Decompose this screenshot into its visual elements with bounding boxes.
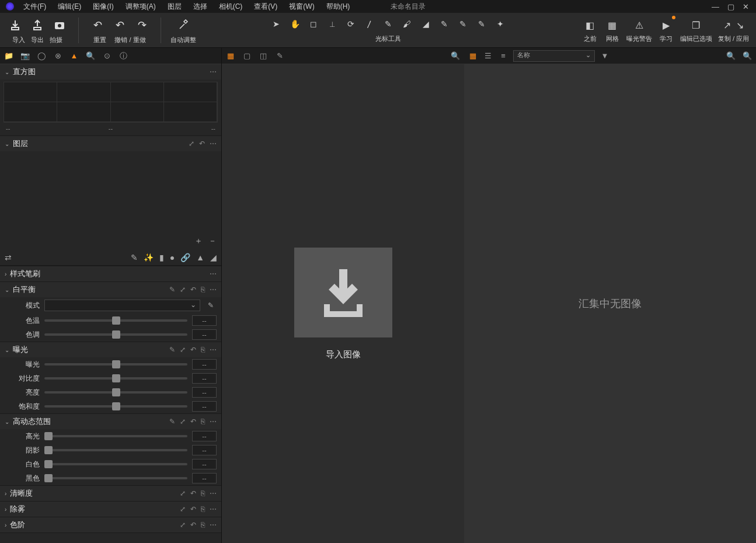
temp-slider[interactable] xyxy=(44,319,187,322)
view-brush-icon[interactable]: ✎ xyxy=(274,51,285,61)
capture-button[interactable] xyxy=(50,16,69,34)
expand-icon[interactable]: ⤢ xyxy=(180,346,186,354)
gradient-tool[interactable]: ✎ xyxy=(437,17,451,31)
expand-icon[interactable]: ⤢ xyxy=(180,505,186,513)
hand-tool[interactable]: ✋ xyxy=(288,17,302,31)
library-tab[interactable]: 📁 xyxy=(4,51,14,61)
menu-layer[interactable]: 图层 xyxy=(162,0,187,13)
undo-icon[interactable]: ↶ xyxy=(190,346,196,354)
undo-icon[interactable]: ↶ xyxy=(190,417,196,426)
menu-window[interactable]: 视窗(W) xyxy=(283,0,320,13)
section-menu-icon[interactable]: ⋯ xyxy=(210,417,217,426)
magic-tool[interactable]: ✦ xyxy=(493,17,507,31)
radial-icon[interactable]: ● xyxy=(170,253,175,262)
browser-search-icon[interactable]: 🔍 xyxy=(742,51,752,61)
rotate-tool[interactable]: ⟳ xyxy=(344,17,358,31)
export-button[interactable] xyxy=(28,16,47,34)
copy-icon[interactable]: ⎘ xyxy=(201,521,205,529)
before-after-button[interactable]: ◧ xyxy=(582,17,598,33)
add-layer-icon[interactable]: ＋ xyxy=(194,236,203,246)
pointer-tool[interactable]: ➤ xyxy=(269,17,283,31)
edit-icon[interactable]: ✎ xyxy=(169,286,175,294)
undo-button[interactable]: ↶ xyxy=(110,16,129,34)
gradient-icon[interactable]: ▮ xyxy=(159,253,164,262)
section-menu-icon[interactable]: ⋯ xyxy=(210,270,217,278)
view-grid-icon[interactable]: ▦ xyxy=(225,51,236,61)
adjust-tab[interactable]: ▲ xyxy=(69,51,79,61)
black-value[interactable]: -- xyxy=(192,473,217,483)
auto-adjust-button[interactable] xyxy=(174,16,193,34)
grid-button[interactable]: ▦ xyxy=(604,17,621,33)
import-button[interactable] xyxy=(6,16,25,34)
expand-icon[interactable]: ⤢ xyxy=(180,286,186,294)
brightness-value[interactable]: -- xyxy=(192,387,217,398)
redo-button[interactable]: ↷ xyxy=(133,16,151,34)
info-tab[interactable]: ⓘ xyxy=(118,51,128,61)
copy-icon[interactable]: ⎘ xyxy=(201,417,205,426)
mode-select[interactable] xyxy=(44,300,200,311)
minimize-button[interactable]: — xyxy=(712,2,719,11)
menu-help[interactable]: 帮助(H) xyxy=(320,0,356,13)
tint-slider[interactable] xyxy=(44,333,187,336)
saturation-slider[interactable] xyxy=(44,405,187,408)
undo-icon[interactable]: ↶ xyxy=(190,521,196,529)
exposure-warning-button[interactable]: ⚠ xyxy=(631,17,647,33)
white-value[interactable]: -- xyxy=(192,459,217,469)
histogram-header[interactable]: ⌄ 直方图 ⋯ xyxy=(0,64,221,79)
link-icon[interactable]: 🔗 xyxy=(180,253,190,262)
section-menu-icon[interactable]: ⋯ xyxy=(210,286,217,294)
browser-list-icon[interactable]: ☰ xyxy=(483,51,493,61)
color-picker-icon[interactable]: ✎ xyxy=(205,300,217,311)
contrast-slider[interactable] xyxy=(44,377,187,380)
search-tab[interactable]: 🔍 xyxy=(85,51,96,61)
browser-zoom-icon[interactable]: 🔍 xyxy=(726,51,736,61)
temp-value[interactable]: -- xyxy=(192,315,217,326)
contrast-value[interactable]: -- xyxy=(192,373,217,384)
expand-icon[interactable]: ⤢ xyxy=(180,489,186,497)
menu-file[interactable]: 文件(F) xyxy=(18,0,52,13)
menu-select[interactable]: 选择 xyxy=(187,0,213,13)
highlight-slider[interactable] xyxy=(44,435,187,437)
erase-icon[interactable]: ◢ xyxy=(210,253,217,262)
white-balance-header[interactable]: ⌄ 白平衡 ✎ ⤢ ↶ ⎘ ⋯ xyxy=(0,282,221,297)
clarity-header[interactable]: › 清晰度 ⤢↶⎘⋯ xyxy=(0,486,221,501)
filter-icon[interactable]: ▼ xyxy=(600,51,610,61)
metadata-tab[interactable]: ⊙ xyxy=(102,51,112,61)
levels-header[interactable]: › 色阶 ⤢↶⎘⋯ xyxy=(0,517,221,532)
undo-icon[interactable]: ↶ xyxy=(190,286,196,294)
spot-tool[interactable]: ✎ xyxy=(381,17,395,31)
menu-image[interactable]: 图像(I) xyxy=(87,0,119,13)
expand-icon[interactable]: ⤢ xyxy=(189,140,194,148)
radial-tool[interactable]: ✎ xyxy=(456,17,470,31)
copy-icon[interactable]: ⎘ xyxy=(201,286,205,294)
sort-select[interactable]: 名称 xyxy=(513,50,595,62)
erase-tool[interactable]: ◢ xyxy=(419,17,433,31)
style-brush-header[interactable]: › 样式笔刷 ⋯ xyxy=(0,266,221,281)
view-single-icon[interactable]: ▢ xyxy=(242,51,252,61)
exposure-slider[interactable] xyxy=(44,363,187,366)
hdr-header[interactable]: ⌄ 高动态范围 ✎ ⤢ ↶ ⎘ ⋯ xyxy=(0,414,221,429)
crop-tool[interactable]: ⟂ xyxy=(325,17,339,31)
black-slider[interactable] xyxy=(44,477,187,479)
expand-icon[interactable]: ⤢ xyxy=(180,521,186,529)
exposure-header[interactable]: ⌄ 曝光 ✎ ⤢ ↶ ⎘ ⋯ xyxy=(0,342,221,357)
browser-detail-icon[interactable]: ≡ xyxy=(498,51,508,61)
edit-icon[interactable]: ✎ xyxy=(169,346,175,354)
saturation-value[interactable]: -- xyxy=(192,401,217,412)
remove-layer-icon[interactable]: － xyxy=(208,236,217,246)
copy-button[interactable]: ↗ xyxy=(722,17,732,33)
menu-camera[interactable]: 相机(C) xyxy=(213,0,249,13)
section-menu-icon[interactable]: ⋯ xyxy=(210,489,217,497)
undo-icon[interactable]: ↶ xyxy=(190,505,196,513)
layers-header[interactable]: ⌄ 图层 ⤢ ↶ ⋯ xyxy=(0,136,221,151)
learn-button[interactable]: ▶ xyxy=(658,17,674,33)
white-slider[interactable] xyxy=(44,463,187,465)
undo-icon[interactable]: ↶ xyxy=(199,140,205,148)
tint-value[interactable]: -- xyxy=(192,329,217,340)
brightness-slider[interactable] xyxy=(44,391,187,394)
section-menu-icon[interactable]: ⋯ xyxy=(210,346,217,354)
menu-adjustments[interactable]: 调整项(A) xyxy=(120,0,162,13)
menu-edit[interactable]: 编辑(E) xyxy=(52,0,87,13)
edit-icon[interactable]: ✎ xyxy=(169,417,175,426)
lens-tab[interactable]: ◯ xyxy=(36,51,47,61)
